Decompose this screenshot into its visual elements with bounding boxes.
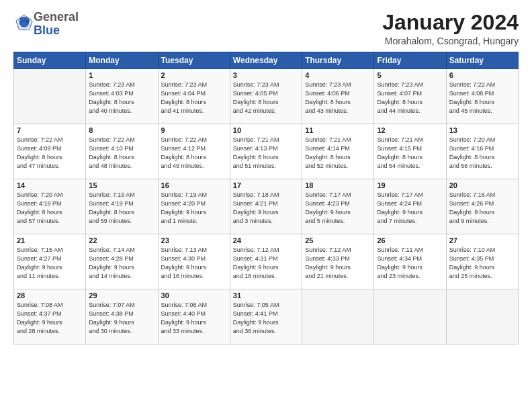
day-info: Sunrise: 7:22 AMSunset: 4:10 PMDaylight:… <box>89 136 154 171</box>
day-info: Sunrise: 7:23 AMSunset: 4:03 PMDaylight:… <box>89 81 154 116</box>
calendar-cell: 10Sunrise: 7:21 AMSunset: 4:13 PMDayligh… <box>230 124 302 179</box>
calendar-cell: 22Sunrise: 7:14 AMSunset: 4:28 PMDayligh… <box>86 234 158 289</box>
daylight-minutes: and 7 minutes. <box>377 217 443 226</box>
daylight-minutes: and 11 minutes. <box>17 272 83 281</box>
day-info: Sunrise: 7:23 AMSunset: 4:07 PMDaylight:… <box>377 81 443 116</box>
calendar-cell: 16Sunrise: 7:19 AMSunset: 4:20 PMDayligh… <box>158 179 230 234</box>
day-number: 11 <box>305 126 371 134</box>
daylight-hours: Daylight: 8 hours <box>305 98 371 107</box>
day-number: 20 <box>449 181 515 189</box>
calendar-cell: 14Sunrise: 7:20 AMSunset: 4:18 PMDayligh… <box>14 179 86 234</box>
daylight-minutes: and 23 minutes. <box>377 272 443 281</box>
daylight-minutes: and 41 minutes. <box>161 107 227 116</box>
logo-blue-text: Blue <box>34 24 60 37</box>
daylight-minutes: and 28 minutes. <box>17 327 83 336</box>
day-info: Sunrise: 7:23 AMSunset: 4:06 PMDaylight:… <box>305 81 371 116</box>
day-info: Sunrise: 7:07 AMSunset: 4:38 PMDaylight:… <box>89 301 154 336</box>
day-info: Sunrise: 7:13 AMSunset: 4:30 PMDaylight:… <box>161 246 227 281</box>
daylight-minutes: and 33 minutes. <box>161 327 227 336</box>
day-number: 14 <box>17 181 83 189</box>
day-info: Sunrise: 7:21 AMSunset: 4:14 PMDaylight:… <box>305 136 371 171</box>
calendar-cell: 19Sunrise: 7:17 AMSunset: 4:24 PMDayligh… <box>374 179 446 234</box>
header-day-sunday: Sunday <box>14 52 86 69</box>
daylight-minutes: and 49 minutes. <box>161 162 227 171</box>
daylight-minutes: and 30 minutes. <box>89 327 154 336</box>
day-number: 30 <box>161 291 227 300</box>
header-day-friday: Friday <box>374 52 446 69</box>
calendar-cell: 20Sunrise: 7:16 AMSunset: 4:26 PMDayligh… <box>446 179 518 234</box>
day-detail: Sunset: 4:03 PM <box>89 89 154 98</box>
day-info: Sunrise: 7:23 AMSunset: 4:05 PMDaylight:… <box>233 81 299 116</box>
daylight-minutes: and 40 minutes. <box>89 107 154 116</box>
day-detail: Sunset: 4:13 PM <box>233 144 299 153</box>
page-subtitle: Morahalom, Csongrad, Hungary <box>382 36 519 46</box>
day-detail: Sunrise: 7:17 AM <box>377 191 443 199</box>
day-detail: Sunrise: 7:23 AM <box>233 81 299 89</box>
day-detail: Sunset: 4:19 PM <box>89 199 154 208</box>
calendar-cell: 27Sunrise: 7:10 AMSunset: 4:35 PMDayligh… <box>446 234 518 289</box>
daylight-hours: Daylight: 8 hours <box>449 98 515 107</box>
day-detail: Sunrise: 7:22 AM <box>449 81 515 89</box>
daylight-minutes: and 36 minutes. <box>233 327 299 336</box>
daylight-hours: Daylight: 9 hours <box>233 263 299 272</box>
calendar-week-4: 21Sunrise: 7:15 AMSunset: 4:27 PMDayligh… <box>14 234 519 289</box>
day-info: Sunrise: 7:20 AMSunset: 4:18 PMDaylight:… <box>17 191 83 226</box>
day-detail: Sunset: 4:35 PM <box>449 255 515 263</box>
day-detail: Sunrise: 7:23 AM <box>377 81 443 89</box>
day-info: Sunrise: 7:15 AMSunset: 4:27 PMDaylight:… <box>17 246 83 281</box>
day-detail: Sunset: 4:40 PM <box>161 310 227 318</box>
day-detail: Sunrise: 7:21 AM <box>233 136 299 144</box>
daylight-minutes: and 59 minutes. <box>89 217 154 226</box>
day-info: Sunrise: 7:10 AMSunset: 4:35 PMDaylight:… <box>449 246 515 281</box>
day-detail: Sunset: 4:33 PM <box>305 255 371 263</box>
day-detail: Sunset: 4:14 PM <box>305 144 371 153</box>
day-detail: Sunrise: 7:20 AM <box>449 136 515 144</box>
daylight-minutes: and 52 minutes. <box>305 162 371 171</box>
daylight-hours: Daylight: 9 hours <box>305 208 371 217</box>
daylight-minutes: and 21 minutes. <box>305 272 371 281</box>
calendar-cell: 15Sunrise: 7:19 AMSunset: 4:19 PMDayligh… <box>86 179 158 234</box>
day-info: Sunrise: 7:14 AMSunset: 4:28 PMDaylight:… <box>89 246 154 281</box>
day-number: 17 <box>233 181 299 189</box>
day-detail: Sunrise: 7:08 AM <box>17 301 83 310</box>
day-detail: Sunset: 4:31 PM <box>233 255 299 263</box>
daylight-hours: Daylight: 9 hours <box>305 263 371 272</box>
day-info: Sunrise: 7:18 AMSunset: 4:21 PMDaylight:… <box>233 191 299 226</box>
day-detail: Sunrise: 7:18 AM <box>233 191 299 199</box>
day-detail: Sunrise: 7:19 AM <box>89 191 154 199</box>
day-number: 25 <box>305 236 371 244</box>
day-number: 3 <box>233 71 299 79</box>
day-detail: Sunrise: 7:19 AM <box>161 191 227 199</box>
title-block: January 2024 Morahalom, Csongrad, Hungar… <box>382 11 519 46</box>
header-day-saturday: Saturday <box>446 52 518 69</box>
day-info: Sunrise: 7:08 AMSunset: 4:37 PMDaylight:… <box>17 301 83 336</box>
daylight-minutes: and 14 minutes. <box>89 272 154 281</box>
day-info: Sunrise: 7:21 AMSunset: 4:13 PMDaylight:… <box>233 136 299 171</box>
day-detail: Sunset: 4:12 PM <box>161 144 227 153</box>
day-number: 23 <box>161 236 227 244</box>
daylight-hours: Daylight: 9 hours <box>233 318 299 327</box>
logo-general-text: General <box>34 10 79 24</box>
daylight-minutes: and 43 minutes. <box>305 107 371 116</box>
header: General Blue January 2024 Morahalom, Cso… <box>13 11 519 46</box>
day-info: Sunrise: 7:20 AMSunset: 4:16 PMDaylight:… <box>449 136 515 171</box>
day-detail: Sunrise: 7:21 AM <box>305 136 371 144</box>
day-detail: Sunrise: 7:13 AM <box>161 246 227 255</box>
daylight-minutes: and 47 minutes. <box>17 162 83 171</box>
calendar-cell: 24Sunrise: 7:12 AMSunset: 4:31 PMDayligh… <box>230 234 302 289</box>
day-info: Sunrise: 7:16 AMSunset: 4:26 PMDaylight:… <box>449 191 515 226</box>
day-number: 8 <box>89 126 154 134</box>
day-number: 24 <box>233 236 299 244</box>
daylight-hours: Daylight: 8 hours <box>305 153 371 162</box>
day-info: Sunrise: 7:19 AMSunset: 4:20 PMDaylight:… <box>161 191 227 226</box>
calendar-cell: 28Sunrise: 7:08 AMSunset: 4:37 PMDayligh… <box>14 289 86 345</box>
day-info: Sunrise: 7:17 AMSunset: 4:23 PMDaylight:… <box>305 191 371 226</box>
calendar-cell: 9Sunrise: 7:22 AMSunset: 4:12 PMDaylight… <box>158 124 230 179</box>
header-day-wednesday: Wednesday <box>230 52 302 69</box>
calendar-week-2: 7Sunrise: 7:22 AMSunset: 4:09 PMDaylight… <box>14 124 519 179</box>
day-info: Sunrise: 7:11 AMSunset: 4:34 PMDaylight:… <box>377 246 443 281</box>
day-detail: Sunset: 4:30 PM <box>161 255 227 263</box>
daylight-hours: Daylight: 8 hours <box>17 153 83 162</box>
day-detail: Sunset: 4:20 PM <box>161 199 227 208</box>
daylight-hours: Daylight: 9 hours <box>161 263 227 272</box>
